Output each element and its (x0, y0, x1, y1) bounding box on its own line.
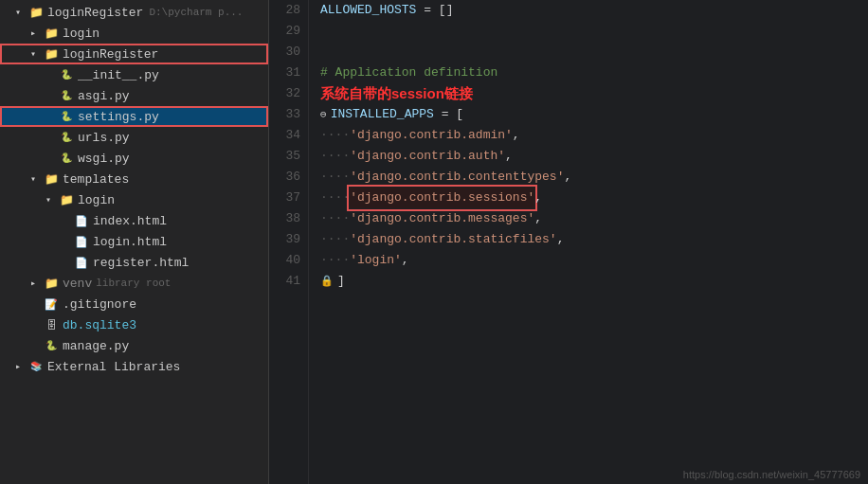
html-icon (74, 234, 89, 249)
folder-icon (28, 5, 44, 20)
py-icon (44, 338, 59, 353)
folder-icon (44, 171, 59, 187)
arrow-icon (30, 27, 44, 39)
tree-label-asgi: asgi.py (78, 89, 130, 103)
code-content: ALLOWED_HOSTS = [] # Application definit… (309, 0, 868, 484)
tree-label-login-html: login.html (93, 235, 167, 249)
tree-item-register-html[interactable]: register.html (0, 252, 268, 273)
py-icon (59, 88, 74, 103)
tree-item-external-libs[interactable]: External Libraries (0, 356, 268, 377)
code-line-28: ALLOWED_HOSTS = [] (320, 0, 857, 21)
lib-icon (28, 359, 44, 374)
code-line-39: ····'django.contrib.staticfiles', (320, 229, 857, 250)
code-line-34: ····'django.contrib.admin', (320, 125, 857, 146)
tree-label-sqlite: db.sqlite3 (63, 318, 136, 332)
annotation-text: 系统自带的session链接 (320, 83, 473, 104)
arrow-icon (30, 48, 44, 60)
py-icon (59, 109, 74, 124)
tree-label-venv-sub: library root (96, 278, 171, 289)
arrow-icon (30, 173, 44, 185)
html-icon (74, 213, 89, 228)
tree-item-venv[interactable]: venv library root (0, 273, 268, 294)
folder-icon (44, 26, 59, 41)
tree-label-gitignore: .gitignore (63, 297, 136, 312)
code-line-30 (320, 42, 857, 63)
tree-item-login[interactable]: login (0, 23, 268, 44)
tree-label-init: __init__.py (78, 68, 159, 82)
code-line-33: ⊖ INSTALLED_APPS = [ (320, 104, 857, 125)
tree-item-manage[interactable]: manage.py (0, 335, 268, 356)
tree-label-external-libs: External Libraries (47, 360, 180, 374)
arrow-icon (15, 361, 28, 372)
tree-label-venv: venv (63, 277, 92, 291)
tree-item-init[interactable]: __init__.py (0, 64, 268, 85)
tree-item-loginregister-root[interactable]: loginRegister D:\pycharm p... (0, 2, 268, 23)
arrow-icon (30, 278, 44, 289)
tree-label-manage: manage.py (63, 339, 129, 353)
tree-label-loginregister-sub: loginRegister (63, 47, 158, 62)
tree-label-register-html: register.html (93, 256, 189, 270)
db-icon (44, 317, 59, 332)
code-line-36: ····'django.contrib.contenttypes', (320, 167, 857, 188)
py-icon (59, 67, 74, 82)
tree-item-settings[interactable]: settings.py (0, 106, 268, 127)
tree-label-templates: templates (63, 172, 129, 187)
code-line-37: ····'django.contrib.sessions', (320, 188, 857, 208)
code-line-41: 🔒] (320, 271, 857, 292)
tree-label-path: D:\pycharm p... (149, 7, 243, 18)
html-icon (74, 255, 89, 270)
tree-item-gitignore[interactable]: 📝 .gitignore (0, 294, 268, 314)
arrow-icon (15, 7, 28, 18)
tree-item-templates-login[interactable]: login (0, 189, 268, 210)
tree-item-sqlite[interactable]: db.sqlite3 (0, 314, 268, 335)
code-line-35: ····'django.contrib.auth', (320, 146, 857, 167)
tree-item-wsgi[interactable]: wsgi.py (0, 148, 268, 169)
tree-label-templates-login: login (78, 193, 115, 207)
tree-label-settings: settings.py (78, 110, 159, 124)
tree-label-login: login (63, 27, 99, 41)
code-editor: 28 29 30 31 32 33 34 35 36 37 38 39 40 4… (269, 0, 868, 484)
tree-label-wsgi: wsgi.py (78, 152, 130, 166)
folder-icon (44, 46, 59, 62)
code-line-29 (320, 21, 857, 42)
tree-item-urls[interactable]: urls.py (0, 127, 268, 148)
watermark: https://blog.csdn.net/weixin_45777669 (683, 469, 860, 480)
tree-label-index-html: index.html (93, 214, 167, 228)
code-line-38: ····'django.contrib.messages', (320, 208, 857, 229)
tree-item-asgi[interactable]: asgi.py (0, 85, 268, 106)
code-line-31: # Application definition (320, 63, 857, 83)
tree-item-index-html[interactable]: index.html (0, 210, 268, 231)
arrow-icon (45, 194, 59, 206)
tree-item-login-html[interactable]: login.html (0, 231, 268, 252)
code-line-40: ····'login', (320, 250, 857, 271)
file-tree[interactable]: loginRegister D:\pycharm p... login logi… (0, 0, 269, 484)
tree-item-loginregister-sub[interactable]: loginRegister (0, 44, 268, 64)
py-icon (59, 151, 74, 166)
folder-icon (44, 276, 59, 291)
folder-icon (59, 192, 74, 207)
line-numbers: 28 29 30 31 32 33 34 35 36 37 38 39 40 4… (269, 0, 309, 484)
file-icon: 📝 (44, 296, 59, 312)
code-line-32: 系统自带的session链接 (320, 83, 857, 104)
tree-item-templates[interactable]: templates (0, 169, 268, 189)
py-icon (59, 130, 74, 145)
tree-label-urls: urls.py (78, 131, 130, 145)
tree-label-loginregister-root: loginRegister (47, 6, 143, 20)
